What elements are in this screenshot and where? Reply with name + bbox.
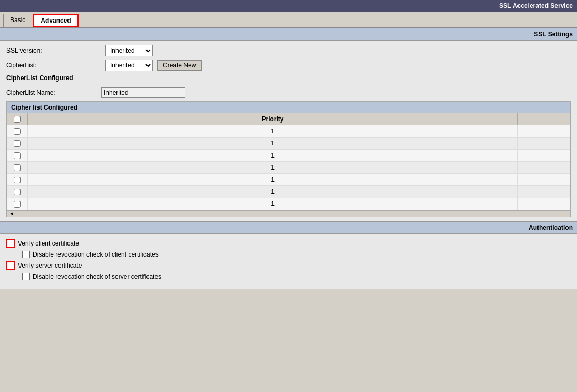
cipherlist-name-input[interactable] bbox=[101, 87, 185, 98]
row-checkbox[interactable] bbox=[14, 201, 21, 208]
tab-bar: Basic Advanced bbox=[0, 12, 577, 28]
table-row: 1 bbox=[7, 198, 570, 210]
row-checkbox-cell bbox=[7, 138, 28, 149]
cipherlist-name-row: CipherList Name: bbox=[6, 87, 571, 98]
row-priority: 1 bbox=[28, 198, 517, 210]
cipherlist-name-label: CipherList Name: bbox=[6, 89, 101, 96]
row-checkbox[interactable] bbox=[14, 164, 21, 171]
row-checkbox[interactable] bbox=[14, 140, 21, 147]
ssl-settings-content: SSL version: Inherited CipherList: Inher… bbox=[0, 41, 577, 221]
cipher-col-header-row: Priority bbox=[7, 113, 570, 125]
row-extra bbox=[517, 125, 570, 137]
row-checkbox[interactable] bbox=[14, 189, 21, 195]
cipher-table: Cipher list Configured Priority 1 1 1 bbox=[6, 101, 571, 217]
verify-server-row: Verify server certificate bbox=[6, 261, 571, 270]
authentication-content: Verify client certificate Disable revoca… bbox=[0, 234, 577, 289]
row-extra bbox=[517, 138, 570, 149]
disable-revocation-client-checkbox[interactable] bbox=[22, 251, 30, 258]
row-checkbox[interactable] bbox=[14, 128, 21, 135]
verify-client-row: Verify client certificate bbox=[6, 239, 571, 248]
row-extra bbox=[517, 198, 570, 210]
disable-revocation-client-row: Disable revocation check of client certi… bbox=[6, 251, 571, 258]
cipherlist-label: CipherList: bbox=[6, 62, 101, 69]
row-checkbox-cell bbox=[7, 150, 28, 161]
table-row: 1 bbox=[7, 125, 570, 138]
cipherlist-configured-label: CipherList Configured bbox=[6, 74, 571, 82]
row-checkbox[interactable] bbox=[14, 177, 21, 183]
tab-advanced[interactable]: Advanced bbox=[33, 14, 78, 27]
row-priority: 1 bbox=[28, 138, 517, 149]
row-priority: 1 bbox=[28, 162, 517, 173]
row-priority: 1 bbox=[28, 174, 517, 185]
tab-basic[interactable]: Basic bbox=[3, 14, 32, 27]
verify-server-label: Verify server certificate bbox=[18, 262, 82, 269]
disable-revocation-server-checkbox[interactable] bbox=[22, 273, 30, 280]
ssl-version-label: SSL version: bbox=[6, 47, 101, 54]
disable-revocation-server-label: Disable revocation check of server certi… bbox=[33, 273, 161, 280]
cipherlist-row: CipherList: Inherited Create New bbox=[6, 60, 571, 71]
table-row: 1 bbox=[7, 186, 570, 198]
divider bbox=[6, 85, 571, 85]
ssl-version-row: SSL version: Inherited bbox=[6, 45, 571, 56]
ssl-version-select[interactable]: Inherited bbox=[105, 45, 153, 56]
row-checkbox[interactable] bbox=[14, 152, 21, 159]
authentication-header: Authentication bbox=[0, 221, 577, 234]
row-checkbox-cell bbox=[7, 198, 28, 210]
row-checkbox-cell bbox=[7, 186, 28, 198]
row-checkbox-cell bbox=[7, 125, 28, 137]
table-row: 1 bbox=[7, 162, 570, 174]
row-checkbox-cell bbox=[7, 174, 28, 185]
title-bar: SSL Accelerated Service bbox=[0, 0, 577, 12]
row-extra bbox=[517, 174, 570, 185]
verify-client-label: Verify client certificate bbox=[18, 240, 79, 247]
row-extra bbox=[517, 162, 570, 173]
row-priority: 1 bbox=[28, 150, 517, 161]
table-row: 1 bbox=[7, 150, 570, 162]
priority-col-header: Priority bbox=[28, 113, 517, 125]
table-row: 1 bbox=[7, 138, 570, 150]
table-scrollbar[interactable]: ◄ bbox=[7, 210, 570, 217]
extra-col-header bbox=[517, 113, 570, 125]
select-all-checkbox[interactable] bbox=[14, 116, 21, 123]
title-text: SSL Accelerated Service bbox=[499, 2, 573, 9]
row-priority: 1 bbox=[28, 125, 517, 137]
create-new-button[interactable]: Create New bbox=[157, 60, 202, 71]
row-extra bbox=[517, 186, 570, 198]
table-row: 1 bbox=[7, 174, 570, 186]
row-priority: 1 bbox=[28, 186, 517, 198]
row-extra bbox=[517, 150, 570, 161]
disable-revocation-server-row: Disable revocation check of server certi… bbox=[6, 273, 571, 280]
verify-server-checkbox[interactable] bbox=[6, 261, 15, 270]
row-checkbox-cell bbox=[7, 162, 28, 173]
header-checkbox-cell bbox=[7, 113, 28, 125]
verify-client-checkbox[interactable] bbox=[6, 239, 15, 248]
cipherlist-select[interactable]: Inherited bbox=[105, 60, 153, 71]
cipher-table-header: Cipher list Configured bbox=[7, 102, 570, 113]
disable-revocation-client-label: Disable revocation check of client certi… bbox=[33, 251, 159, 258]
ssl-settings-header: SSL Settings bbox=[0, 28, 577, 41]
